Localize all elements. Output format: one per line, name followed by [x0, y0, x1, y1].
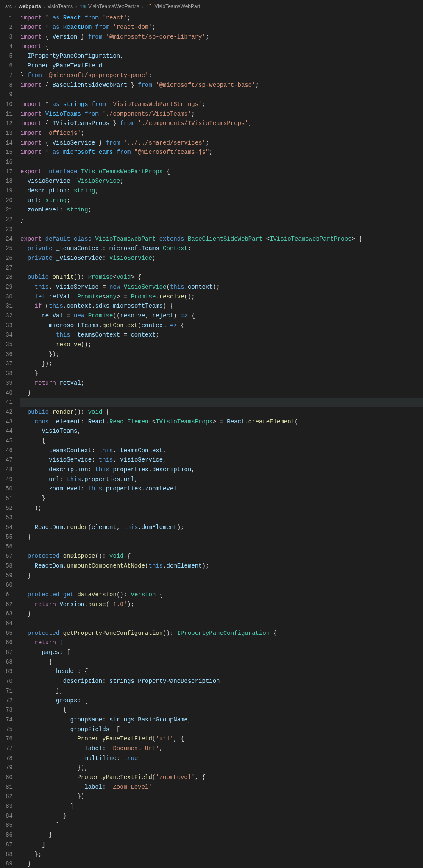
code-line[interactable]: VisioTeams,	[20, 426, 423, 436]
code-line[interactable]	[20, 90, 423, 100]
code-line[interactable]	[20, 542, 423, 552]
code-line[interactable]: private _teamsContext: microsoftTeams.Co…	[20, 244, 423, 253]
code-editor[interactable]: 1234567891011121314151617181920212223242…	[0, 13, 423, 868]
line-number: 50	[0, 484, 13, 494]
code-line[interactable]: PropertyPaneTextField('url', {	[20, 734, 423, 744]
code-line[interactable]: import { IVisioTeamsProps } from './comp…	[20, 119, 423, 128]
code-line[interactable]: import * as React from 'react';	[20, 13, 423, 23]
code-line[interactable]: header: {	[20, 667, 423, 676]
code-line[interactable]: zoomLevel: string;	[20, 205, 423, 215]
code-line[interactable]: }	[20, 811, 423, 821]
code-line[interactable]: }	[20, 609, 423, 619]
code-line[interactable]: {	[20, 657, 423, 667]
code-line[interactable]: return {	[20, 638, 423, 648]
code-line[interactable]: pages: [	[20, 648, 423, 657]
code-line[interactable]: }	[20, 571, 423, 581]
code-line[interactable]	[20, 225, 423, 234]
code-line[interactable]: PropertyPaneTextField	[20, 61, 423, 71]
code-line[interactable]	[20, 157, 423, 167]
code-line[interactable]: }	[20, 532, 423, 542]
code-line[interactable]: description: strings.PropertyPaneDescrip…	[20, 676, 423, 686]
code-line[interactable]: description: string;	[20, 186, 423, 196]
breadcrumb[interactable]: src › webparts › visioTeams › TS VisioTe…	[0, 0, 423, 13]
code-line[interactable]: }	[20, 830, 423, 840]
code-line[interactable]: label: 'Zoom Level'	[20, 782, 423, 792]
code-line[interactable]: import { BaseClientSideWebPart } from '@…	[20, 81, 423, 90]
code-line[interactable]: }	[20, 388, 423, 398]
code-line[interactable]: protected get dataVersion(): Version {	[20, 590, 423, 600]
line-number: 9	[0, 90, 13, 100]
code-line[interactable]: retVal = new Promise((resolve, reject) =…	[20, 311, 423, 321]
code-line[interactable]	[20, 580, 423, 590]
code-line[interactable]: url: this.properties.url,	[20, 475, 423, 484]
code-line[interactable]: import { Version } from '@microsoft/sp-c…	[20, 32, 423, 42]
code-line[interactable]: ReactDom.unmountComponentAtNode(this.dom…	[20, 561, 423, 571]
code-line[interactable]	[20, 619, 423, 629]
code-line[interactable]: visioService: this._visioService,	[20, 455, 423, 465]
breadcrumb-segment[interactable]: src	[5, 2, 12, 11]
code-line[interactable]: import * as ReactDom from 'react-dom';	[20, 22, 423, 32]
code-line[interactable]: const element: React.ReactElement<IVisio…	[20, 417, 423, 427]
code-line[interactable]: })	[20, 792, 423, 801]
code-line[interactable]: ReactDom.render(element, this.domElement…	[20, 523, 423, 532]
code-line[interactable]: export interface IVisioTeamsWebPartProps…	[20, 167, 423, 177]
code-line[interactable]: private _visioService: VisioService;	[20, 253, 423, 263]
code-line[interactable]	[20, 263, 423, 273]
code-line[interactable]: IPropertyPaneConfiguration,	[20, 51, 423, 61]
code-line[interactable]: multiline: true	[20, 754, 423, 763]
code-line[interactable]: ]	[20, 840, 423, 850]
code-line[interactable]: visioService: VisioService;	[20, 176, 423, 186]
code-line[interactable]: if (this.context.sdks.microsoftTeams) {	[20, 301, 423, 311]
breadcrumb-file[interactable]: VisioTeamsWebPart.ts	[88, 2, 139, 11]
code-line[interactable]: import { VisioService } from '../../shar…	[20, 138, 423, 148]
code-line[interactable]: this._teamsContext = context;	[20, 330, 423, 340]
code-line[interactable]: microsoftTeams.getContext(context => {	[20, 321, 423, 331]
code-line[interactable]: ]	[20, 801, 423, 811]
code-line[interactable]: protected onDispose(): void {	[20, 551, 423, 561]
code-line[interactable]: this._visioService = new VisioService(th…	[20, 282, 423, 292]
code-line[interactable]: import 'officejs';	[20, 128, 423, 138]
code-line[interactable]: url: string;	[20, 196, 423, 206]
code-line[interactable]: });	[20, 350, 423, 359]
code-line[interactable]: });	[20, 359, 423, 369]
code-line[interactable]: description: this.properties.description…	[20, 465, 423, 475]
code-line[interactable]	[20, 513, 423, 523]
code-line[interactable]: }),	[20, 763, 423, 773]
code-line[interactable]: return retVal;	[20, 378, 423, 388]
code-line[interactable]: }	[20, 494, 423, 504]
code-line[interactable]: import * as microsoftTeams from "@micros…	[20, 147, 423, 157]
code-line[interactable]: };	[20, 850, 423, 860]
code-content[interactable]: import * as React from 'react';import * …	[20, 13, 423, 868]
code-line[interactable]: groupFields: [	[20, 725, 423, 734]
line-number: 28	[0, 273, 13, 282]
code-line[interactable]: export default class VisioTeamsWebPart e…	[20, 234, 423, 244]
code-line[interactable]: {	[20, 436, 423, 446]
code-line[interactable]: }	[20, 859, 423, 868]
code-line[interactable]: PropertyPaneTextField('zoomLevel', {	[20, 773, 423, 782]
code-line[interactable]: import VisioTeams from './components/Vis…	[20, 109, 423, 119]
code-line[interactable]: let retVal: Promise<any> = Promise.resol…	[20, 292, 423, 302]
code-line[interactable]: },	[20, 686, 423, 696]
code-line[interactable]: public render(): void {	[20, 407, 423, 417]
code-line[interactable]: groups: [	[20, 696, 423, 706]
code-line[interactable]: return Version.parse('1.0');	[20, 600, 423, 609]
code-line[interactable]: import {	[20, 42, 423, 52]
breadcrumb-symbol[interactable]: VisioTeamsWebPart	[154, 2, 200, 11]
code-line[interactable]: ]	[20, 821, 423, 830]
code-line[interactable]: import * as strings from 'VisioTeamsWebP…	[20, 100, 423, 109]
code-line[interactable]: zoomLevel: this.properties.zoomLevel	[20, 484, 423, 494]
code-line[interactable]: label: 'Document Url',	[20, 744, 423, 754]
code-line[interactable]: }	[20, 215, 423, 225]
breadcrumb-segment[interactable]: webparts	[19, 2, 41, 11]
code-line[interactable]: groupName: strings.BasicGroupName,	[20, 715, 423, 725]
code-line[interactable]: }	[20, 369, 423, 378]
code-line[interactable]: resolve();	[20, 340, 423, 350]
code-line[interactable]: );	[20, 504, 423, 513]
code-line[interactable]: teamsContext: this._teamsContext,	[20, 446, 423, 456]
code-line[interactable]: {	[20, 705, 423, 715]
code-line[interactable]: } from '@microsoft/sp-property-pane';	[20, 71, 423, 81]
breadcrumb-segment[interactable]: visioTeams	[48, 2, 73, 11]
code-line[interactable]: public onInit(): Promise<void> {	[20, 273, 423, 282]
code-line[interactable]	[20, 398, 423, 407]
code-line[interactable]: protected getPropertyPaneConfiguration()…	[20, 629, 423, 638]
